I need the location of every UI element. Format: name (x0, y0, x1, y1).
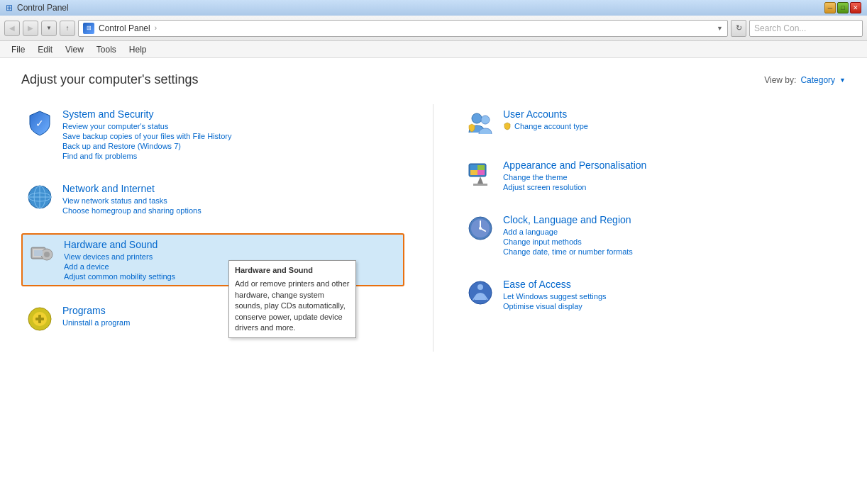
network-link-0[interactable]: View network status and tasks (62, 196, 400, 205)
users-link-0[interactable]: Change account type (514, 122, 588, 130)
svg-rect-22 (477, 170, 485, 175)
title-bar: ⊞ Control Panel ─ □ ✕ (0, 0, 867, 16)
hardware-tooltip: Hardware and Sound Add or remove printer… (228, 260, 356, 338)
dropdown-button[interactable]: ▼ (41, 21, 57, 36)
view-by-dropdown-icon[interactable]: ▼ (839, 77, 846, 84)
close-button[interactable]: ✕ (850, 2, 861, 13)
appearance-link-1[interactable]: Adjust screen resolution (503, 183, 841, 191)
clock-link-2[interactable]: Change date, time or number formats (503, 247, 841, 256)
svg-point-16 (481, 116, 490, 124)
ease-text: Ease of Access Let Windows suggest setti… (503, 279, 841, 310)
category-users: User Accounts Change account type (462, 104, 846, 141)
system-security-icon: ✓ (26, 108, 54, 137)
users-icon (466, 108, 495, 137)
menu-edit[interactable]: Edit (32, 43, 58, 56)
refresh-button[interactable]: ↻ (731, 20, 746, 37)
menu-help[interactable]: Help (123, 43, 153, 56)
users-text: User Accounts Change account type (503, 108, 841, 137)
menu-file[interactable]: File (6, 43, 31, 56)
ease-icon (466, 279, 495, 307)
appearance-link-0[interactable]: Change the theme (503, 173, 841, 181)
system-security-title[interactable]: System and Security (62, 108, 400, 120)
categories-grid: ✓ System and Security Review your comput… (21, 104, 846, 352)
network-text: Network and Internet View network status… (62, 183, 400, 215)
network-icon (26, 183, 54, 211)
title-bar-text: Control Panel (17, 3, 69, 13)
view-by-control: View by: Category ▼ (764, 75, 846, 85)
ease-title[interactable]: Ease of Access (503, 279, 841, 290)
system-security-link-1[interactable]: Save backup copies of your files with Fi… (62, 132, 400, 140)
content-area: Adjust your computer's settings View by:… (0, 58, 867, 504)
page-header: Adjust your computer's settings View by:… (21, 72, 846, 87)
system-security-link-0[interactable]: Review your computer's status (62, 122, 400, 130)
search-placeholder: Search Con... (754, 23, 806, 33)
clock-icon (466, 214, 495, 242)
svg-point-31 (477, 284, 483, 290)
network-link-1[interactable]: Choose homegroup and sharing options (62, 206, 400, 215)
category-system-security: ✓ System and Security Review your comput… (21, 104, 404, 164)
category-network: Network and Internet View network status… (21, 179, 404, 219)
page-title: Adjust your computer's settings (21, 72, 199, 87)
shield-badge-icon (503, 122, 512, 130)
view-by-label: View by: (764, 75, 796, 85)
search-bar[interactable]: Search Con... (749, 20, 863, 37)
svg-point-15 (472, 113, 482, 123)
menu-bar: File Edit View Tools Help (0, 41, 867, 58)
address-path: Control Panel (99, 23, 150, 33)
address-separator: › (155, 24, 157, 32)
svg-rect-21 (470, 170, 477, 175)
category-appearance: Appearance and Personalisation Change th… (462, 155, 846, 196)
svg-marker-23 (477, 177, 483, 184)
network-title[interactable]: Network and Internet (62, 183, 400, 194)
address-dropdown-button[interactable]: ▼ (717, 25, 723, 32)
system-security-link-3[interactable]: Find and fix problems (62, 152, 400, 160)
ease-link-1[interactable]: Optimise visual display (503, 302, 841, 310)
appearance-icon (466, 159, 495, 188)
category-clock: Clock, Language and Region Add a languag… (462, 210, 846, 260)
forward-button[interactable]: ▶ (23, 21, 38, 36)
svg-rect-20 (477, 165, 485, 170)
address-bar[interactable]: ⊞ Control Panel › ▼ (78, 20, 728, 37)
title-bar-icon: ⊞ (6, 3, 13, 13)
svg-rect-24 (473, 184, 487, 186)
back-button[interactable]: ◀ (4, 21, 20, 36)
system-security-text: System and Security Review your computer… (62, 108, 400, 160)
category-ease: Ease of Access Let Windows suggest setti… (462, 274, 846, 315)
address-icon: ⊞ (83, 23, 94, 34)
svg-rect-19 (470, 165, 477, 170)
clock-link-0[interactable]: Add a language (503, 228, 841, 236)
programs-icon (26, 305, 54, 333)
menu-tools[interactable]: Tools (91, 43, 122, 56)
nav-bar: ◀ ▶ ▼ ↑ ⊞ Control Panel › ▼ ↻ Search Con… (0, 16, 867, 41)
tooltip-description: Add or remove printers and other hardwar… (235, 279, 350, 333)
tooltip-title: Hardware and Sound (235, 265, 350, 276)
hardware-title[interactable]: Hardware and Sound (64, 239, 399, 250)
left-column: ✓ System and Security Review your comput… (21, 104, 434, 352)
maximize-button[interactable]: □ (837, 2, 849, 13)
minimize-button[interactable]: ─ (824, 2, 836, 13)
svg-rect-14 (38, 315, 41, 323)
view-by-value[interactable]: Category (800, 75, 835, 85)
system-security-link-2[interactable]: Back up and Restore (Windows 7) (62, 142, 400, 150)
svg-point-29 (479, 227, 482, 230)
clock-text: Clock, Language and Region Add a languag… (503, 214, 841, 256)
clock-link-1[interactable]: Change input methods (503, 237, 841, 246)
category-hardware: Hardware and Sound View devices and prin… (21, 233, 404, 286)
menu-view[interactable]: View (60, 43, 89, 56)
right-column: User Accounts Change account type (434, 104, 846, 352)
appearance-text: Appearance and Personalisation Change th… (503, 159, 841, 191)
ease-link-0[interactable]: Let Windows suggest settings (503, 292, 841, 301)
svg-rect-10 (34, 250, 43, 256)
users-title[interactable]: User Accounts (503, 108, 841, 120)
svg-text:✓: ✓ (35, 118, 44, 129)
hardware-icon (27, 239, 55, 267)
main-content: Adjust your computer's settings View by:… (0, 58, 867, 504)
svg-point-9 (44, 252, 50, 257)
up-button[interactable]: ↑ (60, 21, 75, 36)
appearance-title[interactable]: Appearance and Personalisation (503, 159, 841, 171)
clock-title[interactable]: Clock, Language and Region (503, 214, 841, 225)
